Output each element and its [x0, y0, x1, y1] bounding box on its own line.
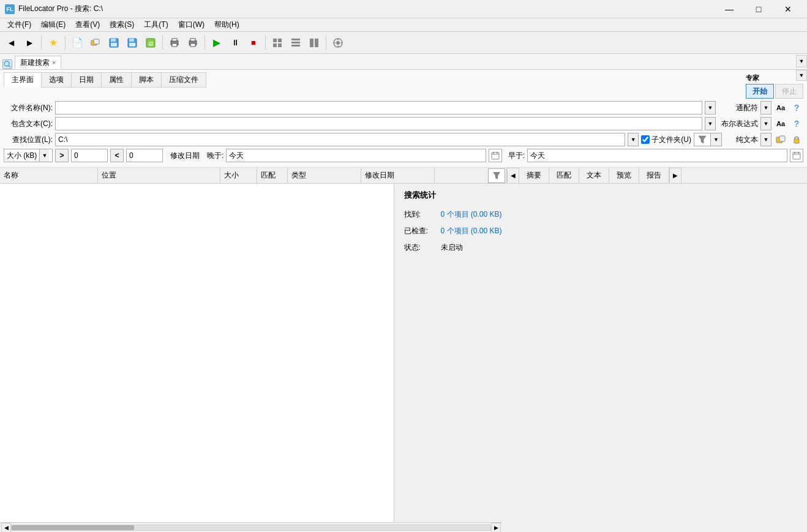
- export-button[interactable]: ▤: [142, 34, 159, 51]
- menu-tools[interactable]: 工具(T): [139, 18, 173, 31]
- content-input[interactable]: [55, 117, 702, 130]
- col-match[interactable]: 匹配: [257, 168, 288, 183]
- content-type-combo-btn[interactable]: ▼: [760, 117, 771, 130]
- menu-edit[interactable]: 编辑(E): [36, 18, 70, 31]
- location-input[interactable]: [55, 133, 625, 146]
- date-before-cal-button[interactable]: [790, 149, 803, 162]
- right-panel-prev[interactable]: ◀: [507, 168, 519, 184]
- view1-button[interactable]: [269, 34, 286, 51]
- scroll-thumb[interactable]: [12, 525, 134, 530]
- subfolder-checkbox[interactable]: [641, 135, 650, 144]
- menu-help[interactable]: 帮助(H): [209, 18, 244, 31]
- tab-options[interactable]: 选项: [41, 72, 71, 88]
- size-gt-button[interactable]: >: [55, 149, 69, 162]
- view2-button[interactable]: [287, 34, 304, 51]
- content-combo-btn[interactable]: ▼: [705, 117, 716, 130]
- right-tab-match[interactable]: 匹配: [549, 168, 579, 183]
- svg-rect-15: [190, 39, 195, 41]
- right-tab-text[interactable]: 文本: [579, 168, 609, 183]
- menu-search[interactable]: 搜索(S): [105, 18, 139, 31]
- tab-script[interactable]: 脚本: [131, 72, 161, 88]
- right-tab-summary[interactable]: 摘要: [519, 168, 549, 183]
- tab-date[interactable]: 日期: [71, 72, 101, 88]
- col-name[interactable]: 名称: [0, 168, 98, 183]
- size-max-input[interactable]: 0: [126, 149, 163, 162]
- lock-btn[interactable]: [790, 133, 803, 146]
- print1-button[interactable]: [166, 34, 183, 51]
- tab-archive[interactable]: 压缩文件: [161, 72, 206, 88]
- tab-dropdown-button[interactable]: ▼: [796, 55, 807, 67]
- pause-button[interactable]: ⏸: [227, 34, 244, 51]
- svg-marker-34: [699, 136, 706, 143]
- scroll-track[interactable]: [11, 525, 491, 531]
- browse-folder-btn[interactable]: [774, 133, 787, 146]
- location-combo-btn[interactable]: ▼: [628, 133, 639, 146]
- filename-case-btn[interactable]: Aa: [774, 101, 787, 114]
- right-tab-preview[interactable]: 预览: [609, 168, 639, 183]
- toolbar-separator-6: [326, 36, 326, 50]
- tab-main[interactable]: 主界面: [4, 72, 41, 88]
- col-type[interactable]: 类型: [288, 168, 361, 183]
- size-unit-dropdown[interactable]: ▼: [39, 149, 49, 162]
- forward-button[interactable]: ▶: [21, 34, 38, 51]
- menu-window[interactable]: 窗口(W): [173, 18, 209, 31]
- menu-bar: 文件(F) 编辑(E) 查看(V) 搜索(S) 工具(T) 窗口(W) 帮助(H…: [0, 18, 807, 32]
- view3-button[interactable]: [306, 34, 323, 51]
- col-date[interactable]: 修改日期: [361, 168, 435, 183]
- menu-file[interactable]: 文件(F): [2, 18, 36, 31]
- search-tab[interactable]: 新建搜索 ×: [15, 56, 61, 69]
- scroll-right-button[interactable]: ▶: [491, 523, 501, 533]
- bookmark-button[interactable]: ★: [45, 34, 62, 51]
- content-help-btn[interactable]: ?: [790, 117, 803, 130]
- expert-dropdown-button[interactable]: ▼: [796, 70, 807, 81]
- date-before-input[interactable]: 今天: [527, 149, 787, 162]
- date-after-cal-button[interactable]: [489, 149, 502, 162]
- location-type-combo-btn[interactable]: ▼: [760, 133, 771, 146]
- filename-input[interactable]: [55, 101, 702, 114]
- svg-rect-36: [779, 136, 785, 141]
- size-select-wrap[interactable]: 大小 (kB) ▼: [4, 149, 53, 162]
- right-panel-next[interactable]: ▶: [669, 168, 681, 184]
- subfolder-label: 子文件夹(U): [651, 135, 691, 145]
- svg-rect-23: [291, 45, 300, 47]
- filename-combo-btn[interactable]: ▼: [705, 101, 716, 114]
- maximize-button[interactable]: □: [745, 0, 773, 18]
- stats-status-label: 状态:: [404, 242, 441, 253]
- stop-button[interactable]: ■: [245, 34, 262, 51]
- start-button[interactable]: 开始: [746, 84, 774, 99]
- filename-type-combo-btn[interactable]: ▼: [760, 101, 771, 114]
- menu-view[interactable]: 查看(V): [70, 18, 105, 31]
- settings-button[interactable]: [329, 34, 347, 51]
- stop-button[interactable]: 停止: [775, 84, 803, 99]
- filter-dropdown-button[interactable]: ▼: [711, 133, 722, 146]
- run-button[interactable]: ▶: [208, 34, 225, 51]
- save-button[interactable]: [105, 34, 122, 51]
- filter-main-button[interactable]: [694, 133, 711, 146]
- tab-attrs[interactable]: 属性: [101, 72, 131, 88]
- right-tab-report[interactable]: 报告: [639, 168, 669, 183]
- col-size[interactable]: 大小: [220, 168, 257, 183]
- minimize-button[interactable]: —: [715, 0, 743, 18]
- tab-close-button[interactable]: ×: [52, 59, 56, 66]
- back-button[interactable]: ◀: [2, 34, 20, 51]
- date-after-input[interactable]: 今天: [226, 149, 486, 162]
- search-icon-tab[interactable]: [2, 59, 12, 69]
- print2-button[interactable]: [184, 34, 201, 51]
- open-button[interactable]: [87, 34, 104, 51]
- scroll-left-button[interactable]: ◀: [1, 523, 11, 533]
- size-lt-button[interactable]: <: [110, 149, 124, 162]
- close-button[interactable]: ✕: [774, 0, 802, 18]
- filename-help-btn[interactable]: ?: [790, 101, 803, 114]
- size-min-input[interactable]: 0: [71, 149, 108, 162]
- save-as-button[interactable]: +: [124, 34, 141, 51]
- new-button[interactable]: 📄: [69, 34, 86, 51]
- horizontal-scrollbar[interactable]: ◀ ▶: [0, 522, 502, 532]
- location-row: 查找位置(L): ▼ 子文件夹(U) ▼ 纯文本 ▼: [4, 133, 803, 146]
- stats-found-label: 找到:: [404, 209, 441, 220]
- results-list[interactable]: [0, 184, 394, 522]
- content-case-btn[interactable]: Aa: [774, 117, 787, 130]
- svg-rect-38: [492, 152, 499, 159]
- column-filter-button[interactable]: [488, 168, 505, 183]
- svg-rect-1: [94, 39, 99, 44]
- col-location[interactable]: 位置: [98, 168, 220, 183]
